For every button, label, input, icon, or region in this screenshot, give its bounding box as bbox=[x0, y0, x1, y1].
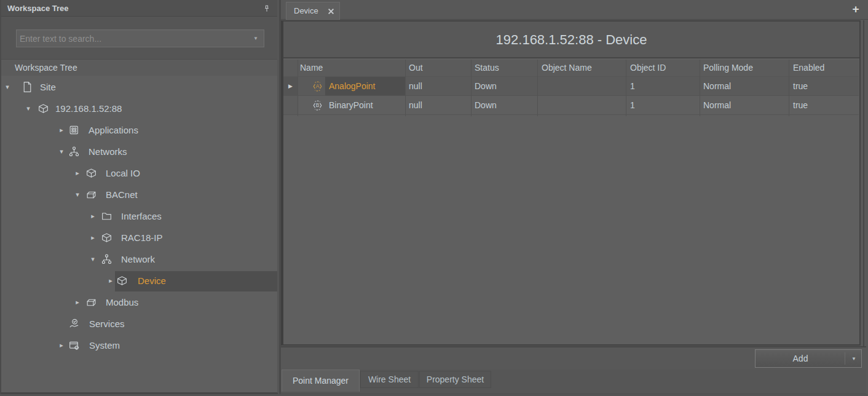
cell-polling-mode: Normal bbox=[703, 77, 731, 95]
application-window: Workspace Tree ▼ Workspace Tree ▾ Site ▾… bbox=[0, 0, 868, 396]
tree-item-label: RAC18-IP bbox=[121, 227, 163, 248]
tree-item-network[interactable]: ▾ Network bbox=[1, 248, 277, 270]
search-area: ▼ bbox=[1, 17, 277, 59]
tree-item-networks[interactable]: ▾ Networks bbox=[1, 141, 277, 162]
column-header-out[interactable]: Out bbox=[409, 60, 423, 76]
analog-point-icon: A bbox=[312, 81, 323, 92]
system-icon bbox=[68, 339, 80, 351]
view-title: 192.168.1.52:88 - Device bbox=[283, 22, 859, 58]
add-dropdown-caret-icon[interactable]: ▼ bbox=[851, 356, 856, 362]
io-box-icon bbox=[85, 167, 97, 179]
cell-enabled: true bbox=[793, 96, 808, 114]
column-header-object-name[interactable]: Object Name bbox=[542, 60, 592, 76]
tree-item-label: Interfaces bbox=[121, 205, 162, 227]
current-row-arrow-icon: ▶ bbox=[283, 77, 298, 95]
tab-device[interactable]: Device bbox=[286, 2, 340, 20]
tree-item-label: System bbox=[89, 335, 120, 356]
search-dropdown-caret-icon[interactable]: ▼ bbox=[253, 36, 258, 41]
tree-item-label: Device bbox=[138, 270, 166, 291]
cell-status: Down bbox=[475, 96, 497, 114]
tree-item-device[interactable]: ▸ Device bbox=[1, 270, 277, 291]
new-tab-button[interactable]: + bbox=[850, 0, 861, 18]
row-selector-cell[interactable] bbox=[283, 96, 298, 114]
tree-item-applications[interactable]: ▸ Applications bbox=[1, 119, 277, 141]
column-header-name[interactable]: Name bbox=[300, 60, 323, 76]
workspace-tree-panel: Workspace Tree ▼ Workspace Tree ▾ Site ▾… bbox=[0, 0, 280, 396]
tree-item-label: Network bbox=[121, 248, 155, 270]
cell-object-id: 1 bbox=[630, 77, 635, 95]
column-header-object-id[interactable]: Object ID bbox=[630, 60, 666, 76]
tree-item-modbus[interactable]: ▸ Modbus bbox=[1, 291, 277, 313]
bottom-tabbar: Point Manager Wire Sheet Property Sheet bbox=[281, 370, 866, 396]
tree-item-system[interactable]: ▸ System bbox=[1, 335, 277, 356]
expander-collapsed-icon[interactable]: ▸ bbox=[88, 227, 98, 248]
expander-expanded-icon[interactable]: ▾ bbox=[57, 141, 66, 162]
search-input[interactable] bbox=[20, 30, 247, 47]
window-right-edge bbox=[863, 20, 864, 396]
add-button[interactable]: Add ▼ bbox=[755, 349, 862, 368]
svg-text:B: B bbox=[316, 102, 320, 108]
expander-expanded-icon[interactable]: ▾ bbox=[23, 98, 33, 119]
cell-out: null bbox=[409, 77, 422, 95]
station-box-icon bbox=[37, 103, 49, 114]
expander-expanded-icon[interactable]: ▾ bbox=[73, 184, 82, 205]
tree-item-site[interactable]: ▾ Site bbox=[1, 76, 277, 98]
column-header-enabled[interactable]: Enabled bbox=[793, 60, 824, 76]
layers-icon bbox=[85, 189, 97, 200]
search-box[interactable]: ▼ bbox=[16, 30, 264, 47]
table-row-binarypoint[interactable]: B BinaryPoint null Down 1 Normal true bbox=[283, 96, 859, 115]
column-separator bbox=[789, 60, 789, 116]
layers-icon bbox=[85, 296, 97, 308]
column-header-status[interactable]: Status bbox=[475, 60, 499, 76]
cell-enabled: true bbox=[793, 77, 808, 95]
expander-collapsed-icon[interactable]: ▸ bbox=[106, 270, 116, 291]
pin-icon[interactable] bbox=[262, 4, 271, 13]
tab-property-sheet[interactable]: Property Sheet bbox=[419, 371, 491, 388]
io-box-icon bbox=[101, 232, 112, 244]
add-button-divider bbox=[845, 352, 845, 365]
tree-item-label: Networks bbox=[89, 141, 127, 162]
network-icon bbox=[101, 253, 112, 265]
expander-collapsed-icon[interactable]: ▸ bbox=[57, 335, 66, 356]
column-header-polling-mode[interactable]: Polling Mode bbox=[703, 60, 753, 76]
expander-expanded-icon[interactable]: ▾ bbox=[2, 76, 12, 98]
app-grid-icon bbox=[68, 124, 80, 136]
tree-item-label: 192.168.1.52:88 bbox=[55, 98, 122, 119]
expander-collapsed-icon[interactable]: ▸ bbox=[73, 291, 82, 313]
point-manager-view: 192.168.1.52:88 - Device Name Out Status… bbox=[281, 20, 861, 346]
add-button-label: Add bbox=[756, 350, 845, 367]
table-row-analogpoint[interactable]: ▶ A AnalogPoint null Down 1 Normal true bbox=[283, 77, 859, 96]
document-tabstrip: Device + bbox=[280, 0, 868, 20]
expander-collapsed-icon[interactable]: ▸ bbox=[88, 205, 98, 227]
column-separator bbox=[298, 60, 298, 116]
panel-splitter[interactable] bbox=[279, 0, 281, 396]
tree-item-label: Services bbox=[89, 313, 125, 335]
tree-item-services[interactable]: Services bbox=[1, 313, 277, 335]
tree-item-interfaces[interactable]: ▸ Interfaces bbox=[1, 205, 277, 227]
svg-text:A: A bbox=[316, 83, 320, 89]
close-icon[interactable] bbox=[328, 8, 334, 15]
column-separator bbox=[405, 60, 406, 116]
expander-expanded-icon[interactable]: ▾ bbox=[88, 248, 98, 270]
tab-wire-sheet[interactable]: Wire Sheet bbox=[360, 371, 419, 388]
tree-item-station[interactable]: ▾ 192.168.1.52:88 bbox=[1, 98, 277, 119]
tab-point-manager[interactable]: Point Manager bbox=[282, 370, 360, 392]
tree-item-rac18-ip[interactable]: ▸ RAC18-IP bbox=[1, 227, 277, 248]
row-selector-cell[interactable]: ▶ bbox=[283, 77, 298, 95]
folder-icon bbox=[101, 210, 112, 222]
cell-object-id: 1 bbox=[630, 96, 635, 114]
column-separator bbox=[471, 60, 471, 116]
device-box-icon bbox=[116, 275, 128, 287]
column-separator bbox=[626, 60, 626, 116]
name-cell-selected[interactable]: AnalogPoint bbox=[325, 77, 405, 95]
tree-item-label: BACnet bbox=[106, 184, 138, 205]
tree-item-bacnet[interactable]: ▾ BACnet bbox=[1, 184, 277, 205]
table-header: Name Out Status Object Name Object ID Po… bbox=[283, 60, 859, 77]
expander-collapsed-icon[interactable]: ▸ bbox=[57, 119, 66, 141]
network-icon bbox=[68, 146, 80, 157]
column-separator bbox=[700, 60, 700, 116]
panel-title: Workspace Tree bbox=[7, 0, 68, 17]
expander-collapsed-icon[interactable]: ▸ bbox=[73, 162, 82, 184]
tree-item-local-io[interactable]: ▸ Local IO bbox=[1, 162, 277, 184]
tree-item-label: Applications bbox=[89, 119, 138, 141]
